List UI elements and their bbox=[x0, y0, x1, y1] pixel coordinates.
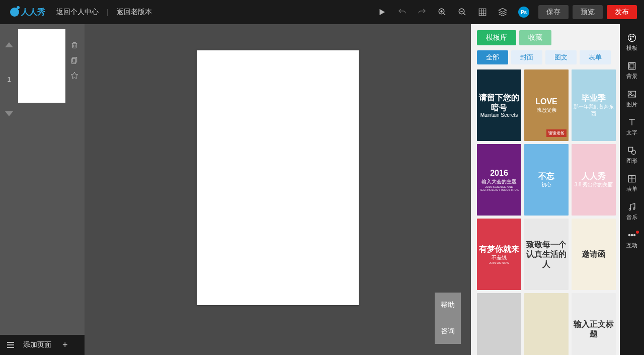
svg-point-5 bbox=[630, 36, 631, 37]
svg-rect-3 bbox=[72, 59, 76, 63]
filter-all[interactable]: 全部 bbox=[477, 50, 508, 64]
consult-button[interactable]: 咨询 bbox=[435, 318, 461, 344]
sidebar-item-dots[interactable]: 互动 bbox=[620, 226, 644, 254]
template-card[interactable]: 输入正文标题 bbox=[572, 293, 616, 355]
canvas-area bbox=[85, 24, 471, 355]
right-sidebar: 模板背景图片文字图形表单音乐互动 bbox=[620, 24, 644, 355]
template-panel: 模板库 收藏 全部 封面 图文 表单 请留下您的暗号Maintain Secre… bbox=[471, 24, 620, 355]
template-card[interactable] bbox=[524, 293, 569, 355]
svg-point-7 bbox=[630, 38, 631, 40]
sidebar-item-grid[interactable]: 表单 bbox=[620, 169, 644, 197]
bottom-bar: 添加页面 + bbox=[0, 335, 85, 355]
svg-rect-2 bbox=[73, 57, 77, 62]
sidebar-item-image[interactable]: 图片 bbox=[620, 85, 644, 113]
sidebar-item-text[interactable]: 文字 bbox=[620, 113, 644, 141]
play-icon[interactable] bbox=[377, 8, 386, 17]
redo-icon[interactable] bbox=[418, 8, 427, 17]
template-card[interactable]: 致敬每一个认真生活的人 bbox=[524, 219, 569, 290]
template-card[interactable]: LOVE感恩父亲谢谢老爸 bbox=[524, 69, 569, 141]
old-version-link[interactable]: 返回老版本 bbox=[111, 8, 158, 17]
zoom-out-icon[interactable] bbox=[458, 8, 467, 17]
divider: | bbox=[105, 8, 111, 16]
layers-icon[interactable] bbox=[498, 8, 507, 17]
help-button[interactable]: 帮助 bbox=[435, 293, 461, 318]
add-page-label[interactable]: 添加页面 bbox=[23, 340, 51, 349]
template-card[interactable]: 不忘初心 bbox=[524, 144, 569, 216]
menu-icon[interactable] bbox=[7, 342, 14, 348]
svg-point-15 bbox=[629, 208, 630, 210]
tab-favorites[interactable]: 收藏 bbox=[519, 30, 551, 45]
add-page-plus-icon[interactable]: + bbox=[62, 340, 68, 350]
template-card[interactable]: 人人秀3.8 秀出你的美丽 bbox=[572, 144, 616, 216]
page-up-icon[interactable] bbox=[5, 42, 13, 47]
logo-bird-icon bbox=[10, 8, 19, 17]
sidebar-item-shape[interactable]: 图形 bbox=[620, 141, 644, 169]
photoshop-icon[interactable]: Ps bbox=[518, 7, 529, 18]
template-card[interactable]: 请留下您的暗号Maintain Secrets bbox=[477, 69, 521, 141]
sidebar-label: 音乐 bbox=[626, 214, 637, 221]
svg-point-19 bbox=[633, 234, 635, 236]
publish-button[interactable]: 发布 bbox=[607, 5, 637, 19]
template-card[interactable]: 毕业季那一年我们各奔东西 bbox=[572, 69, 616, 141]
tab-template-library[interactable]: 模板库 bbox=[477, 30, 516, 45]
pages-panel: 1 bbox=[0, 24, 85, 335]
sidebar-label: 表单 bbox=[626, 185, 637, 193]
sidebar-label: 图片 bbox=[626, 101, 637, 108]
logo-text: 人人秀 bbox=[21, 7, 45, 18]
filter-imgtext[interactable]: 图文 bbox=[545, 50, 577, 64]
sidebar-item-music[interactable]: 音乐 bbox=[620, 197, 644, 226]
save-button[interactable]: 保存 bbox=[538, 5, 569, 19]
svg-point-6 bbox=[632, 36, 634, 37]
sidebar-label: 背景 bbox=[626, 73, 637, 80]
back-to-center-link[interactable]: 返回个人中心 bbox=[50, 8, 105, 17]
template-card[interactable]: 有梦你就来不差钱JOIN US NOW bbox=[477, 219, 521, 290]
svg-point-17 bbox=[628, 234, 630, 236]
top-bar: 人人秀 返回个人中心 | 返回老版本 Ps 保存 预览 发布 bbox=[0, 0, 644, 24]
page-canvas[interactable] bbox=[197, 50, 359, 305]
grid-icon[interactable] bbox=[478, 8, 487, 17]
page-down-icon[interactable] bbox=[5, 111, 13, 116]
logo[interactable]: 人人秀 bbox=[0, 7, 50, 18]
favorite-page-icon[interactable] bbox=[70, 72, 78, 80]
notification-dot-icon bbox=[636, 231, 639, 234]
panel-arrow-icon bbox=[616, 31, 620, 39]
sidebar-label: 互动 bbox=[626, 242, 637, 249]
sidebar-label: 文字 bbox=[626, 129, 637, 136]
sidebar-label: 模板 bbox=[626, 44, 637, 52]
svg-point-16 bbox=[633, 208, 635, 209]
filter-form[interactable]: 表单 bbox=[580, 50, 611, 64]
template-card[interactable] bbox=[477, 293, 521, 355]
undo-icon[interactable] bbox=[397, 8, 407, 17]
page-thumbnail[interactable] bbox=[18, 29, 65, 103]
sidebar-item-square[interactable]: 背景 bbox=[620, 56, 644, 85]
template-card[interactable]: 2016输入大会的主题2016 SCIENCE AND TECHNOLOGY I… bbox=[477, 144, 521, 216]
preview-button[interactable]: 预览 bbox=[573, 5, 603, 19]
page-number-label: 1 bbox=[7, 76, 11, 83]
svg-point-13 bbox=[631, 150, 635, 154]
delete-page-icon[interactable] bbox=[70, 41, 78, 49]
template-card[interactable]: 邀请函 bbox=[572, 219, 616, 290]
sidebar-label: 图形 bbox=[626, 157, 637, 165]
sidebar-item-palette[interactable]: 模板 bbox=[620, 28, 644, 56]
svg-rect-9 bbox=[630, 64, 634, 68]
svg-point-18 bbox=[631, 234, 632, 236]
zoom-in-icon[interactable] bbox=[438, 8, 447, 17]
filter-cover[interactable]: 封面 bbox=[511, 50, 542, 64]
duplicate-page-icon[interactable] bbox=[70, 56, 78, 64]
svg-point-4 bbox=[628, 34, 636, 42]
